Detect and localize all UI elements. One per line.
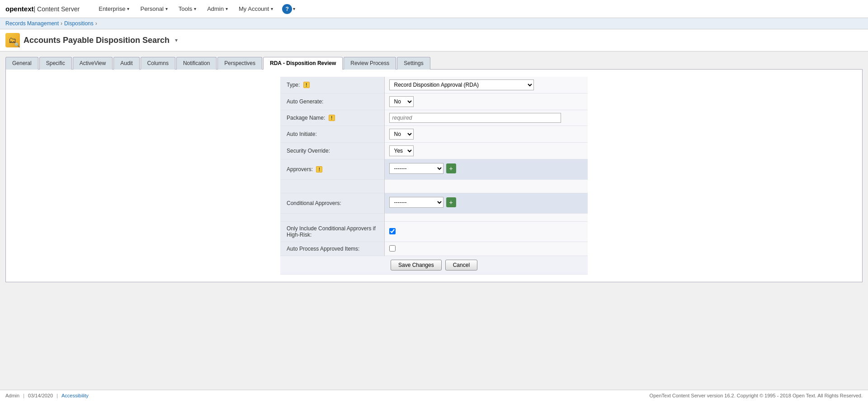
- auto-generate-select[interactable]: No Yes: [389, 96, 414, 107]
- package-name-label: Package Name: !: [280, 110, 384, 126]
- auto-generate-label: Auto Generate:: [280, 93, 384, 110]
- tab-settings[interactable]: Settings: [397, 57, 430, 70]
- top-nav-bar: opentext| Content Server Enterprise▾ Per…: [0, 0, 868, 18]
- conditional-approvers-add-button[interactable]: +: [446, 197, 456, 207]
- approvers-add-button[interactable]: +: [446, 163, 456, 173]
- auto-initiate-value-cell: No Yes: [384, 126, 588, 143]
- security-override-select[interactable]: Yes No: [389, 145, 414, 156]
- security-override-row: Security Override: Yes No: [280, 143, 588, 159]
- save-button[interactable]: Save Changes: [391, 260, 442, 270]
- auto-initiate-label: Auto Initiate:: [280, 126, 384, 143]
- approvers-input-row: ------- +: [389, 163, 584, 174]
- nav-enterprise[interactable]: Enterprise▾: [93, 0, 135, 18]
- page-title: Accounts Payable Disposition Search: [24, 36, 170, 45]
- approvers-empty-label: [280, 180, 384, 193]
- footer-left: Admin | 03/14/2020 | Accessibility: [5, 393, 89, 398]
- tab-activeview[interactable]: ActiveView: [73, 57, 113, 70]
- auto-process-value-cell: [384, 242, 588, 256]
- type-label: Type: !: [280, 77, 384, 93]
- high-risk-label: Only Include Conditional Approvers if Hi…: [280, 222, 384, 242]
- package-name-row: Package Name: !: [280, 110, 588, 126]
- security-override-label: Security Override:: [280, 143, 384, 159]
- tab-rda[interactable]: RDA - Disposition Review: [263, 57, 343, 70]
- nav-help[interactable]: ? ▾: [278, 0, 301, 18]
- breadcrumb: Records Management › Dispositions ›: [0, 18, 868, 29]
- auto-process-label: Auto Process Approved Items:: [280, 242, 384, 256]
- auto-generate-value-cell: No Yes: [384, 93, 588, 110]
- nav-myaccount[interactable]: My Account▾: [233, 0, 278, 18]
- actions-cell: Save Changes Cancel: [280, 256, 588, 275]
- auto-generate-row: Auto Generate: No Yes: [280, 93, 588, 110]
- package-name-input[interactable]: [389, 113, 561, 123]
- breadcrumb-records-management[interactable]: Records Management: [5, 20, 59, 27]
- nav-tools[interactable]: Tools▾: [173, 0, 202, 18]
- footer-sep-1: |: [23, 393, 24, 398]
- footer: Admin | 03/14/2020 | Accessibility OpenT…: [0, 390, 868, 398]
- high-risk-row: Only Include Conditional Approvers if Hi…: [280, 222, 588, 242]
- page-icon: 🗂 🔍: [5, 33, 20, 47]
- approvers-select[interactable]: -------: [389, 163, 443, 174]
- main-nav: Enterprise▾ Personal▾ Tools▾ Admin▾ My A…: [93, 0, 301, 18]
- tab-bar: General Specific ActiveView Audit Column…: [5, 57, 863, 70]
- breadcrumb-sep-2: ›: [95, 20, 97, 27]
- auto-initiate-select[interactable]: No Yes: [389, 129, 414, 140]
- conditional-approvers-label: Conditional Approvers:: [280, 193, 384, 214]
- approvers-warning-icon: !: [316, 166, 322, 173]
- actions-row: Save Changes Cancel: [280, 256, 588, 275]
- breadcrumb-sep-1: ›: [61, 20, 62, 27]
- auto-initiate-row: Auto Initiate: No Yes: [280, 126, 588, 143]
- high-risk-value-cell: [384, 222, 588, 242]
- footer-sep-2: |: [57, 393, 58, 398]
- approvers-label: Approvers: !: [280, 159, 384, 180]
- footer-accessibility-link[interactable]: Accessibility: [61, 393, 89, 398]
- footer-admin: Admin: [5, 393, 19, 398]
- footer-copyright: OpenText Content Server version 16.2. Co…: [650, 393, 863, 398]
- high-risk-checkbox[interactable]: [389, 228, 396, 234]
- security-override-value-cell: Yes No: [384, 143, 588, 159]
- conditional-approvers-empty-row: [280, 214, 588, 222]
- footer-date: 03/14/2020: [28, 393, 53, 398]
- conditional-approvers-select[interactable]: -------: [389, 197, 443, 208]
- tab-notification[interactable]: Notification: [176, 57, 217, 70]
- form-actions: Save Changes Cancel: [280, 256, 588, 274]
- conditional-approvers-value-cell: ------- +: [384, 193, 588, 214]
- approvers-empty-cell: [384, 180, 588, 193]
- cancel-button[interactable]: Cancel: [445, 260, 477, 270]
- type-select[interactable]: Record Disposition Approval (RDA) Option…: [389, 79, 534, 90]
- tab-specific[interactable]: Specific: [39, 57, 72, 70]
- tab-review-process[interactable]: Review Process: [344, 57, 396, 70]
- type-warning-icon: !: [303, 82, 310, 88]
- type-value-cell: Record Disposition Approval (RDA) Option…: [384, 77, 588, 93]
- approvers-empty-row: [280, 180, 588, 193]
- conditional-approvers-empty-label: [280, 214, 384, 222]
- conditional-approvers-input-row: ------- +: [389, 197, 584, 208]
- breadcrumb-dispositions[interactable]: Dispositions: [64, 20, 94, 27]
- auto-process-checkbox[interactable]: [389, 245, 396, 252]
- conditional-approvers-empty-cell: [384, 214, 588, 222]
- package-name-warning-icon: !: [329, 115, 335, 121]
- tab-general[interactable]: General: [5, 57, 38, 70]
- nav-admin[interactable]: Admin▾: [202, 0, 233, 18]
- main-content: General Specific ActiveView Audit Column…: [0, 51, 868, 398]
- package-name-value-cell: [384, 110, 588, 126]
- approvers-value-cell: ------- +: [384, 159, 588, 180]
- auto-process-row: Auto Process Approved Items:: [280, 242, 588, 256]
- tab-audit[interactable]: Audit: [113, 57, 139, 70]
- approvers-row: Approvers: ! ------- +: [280, 159, 588, 180]
- form-table: Type: ! Record Disposition Approval (RDA…: [280, 77, 588, 275]
- form-panel: Type: ! Record Disposition Approval (RDA…: [5, 69, 863, 282]
- tab-columns[interactable]: Columns: [141, 57, 175, 70]
- app-logo: opentext| Content Server: [5, 5, 80, 13]
- conditional-approvers-row: Conditional Approvers: ------- +: [280, 193, 588, 214]
- type-row: Type: ! Record Disposition Approval (RDA…: [280, 77, 588, 93]
- page-title-dropdown[interactable]: ▾: [175, 37, 178, 43]
- nav-personal[interactable]: Personal▾: [135, 0, 173, 18]
- help-icon[interactable]: ?: [282, 4, 292, 14]
- tab-perspectives[interactable]: Perspectives: [217, 57, 262, 70]
- page-header: 🗂 🔍 Accounts Payable Disposition Search …: [0, 29, 868, 51]
